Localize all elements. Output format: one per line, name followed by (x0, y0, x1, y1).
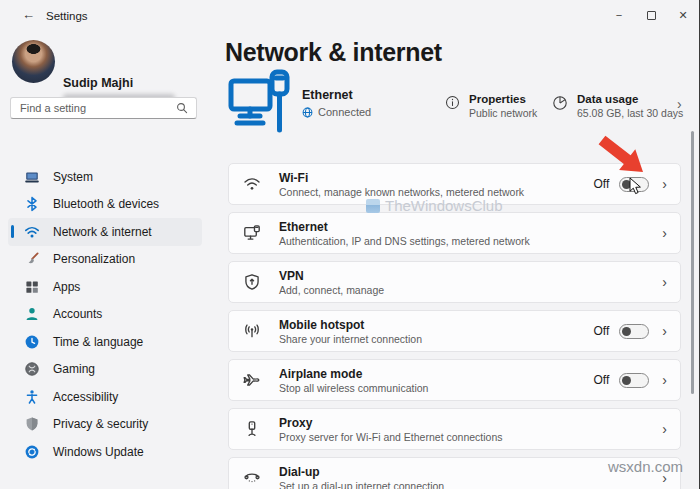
sidebar-item-privacy-security[interactable]: Privacy & security (8, 411, 202, 439)
row-title: Ethernet (279, 220, 530, 234)
globe-icon (302, 107, 313, 118)
system-icon (24, 169, 40, 185)
toggle-switch[interactable] (619, 373, 649, 388)
toggle-knob (622, 376, 631, 385)
hero-status: Connected (302, 106, 371, 118)
maximize-icon[interactable] (635, 0, 667, 30)
selected-indicator (11, 225, 14, 238)
search-icon (176, 102, 188, 114)
titlebar: ← Settings − ✕ (0, 0, 699, 30)
accounts-icon (24, 306, 40, 322)
window-title: Settings (46, 10, 88, 22)
network-icon (24, 224, 40, 240)
chevron-right-icon: › (662, 274, 667, 290)
row-proxy[interactable]: Proxy Proxy server for Wi-Fi and Etherne… (228, 408, 681, 450)
connection-hero: Ethernet Connected Properties Public net… (225, 68, 685, 144)
sidebar-item-personalization[interactable]: Personalization (8, 246, 202, 274)
data-usage-title: Data usage (577, 93, 683, 105)
properties-title: Properties (469, 93, 537, 105)
sidebar-item-apps[interactable]: Apps (8, 273, 202, 301)
user-name: Sudip Majhi (63, 76, 133, 90)
hero-status-text: Connected (318, 106, 371, 118)
row-title: Proxy (279, 416, 503, 430)
minimize-icon[interactable]: − (603, 0, 635, 30)
toggle-state-label: Off (594, 373, 610, 387)
accessibility-icon (24, 389, 40, 405)
properties-subtitle: Public network (469, 107, 537, 119)
time-language-icon (24, 334, 40, 350)
sidebar-item-accounts[interactable]: Accounts (8, 301, 202, 329)
data-usage-subtitle: 65.08 GB, last 30 days (577, 107, 683, 119)
row-subtitle: Add, connect, manage (279, 284, 384, 296)
sidebar-item-network-internet[interactable]: Network & internet (8, 218, 202, 246)
sidebar-item-gaming[interactable]: Gaming (8, 356, 202, 384)
page-title: Network & internet (225, 38, 442, 67)
update-icon (24, 444, 40, 460)
sidebar-item-accessibility[interactable]: Accessibility (8, 383, 202, 411)
sidebar-item-windows-update[interactable]: Windows Update (8, 438, 202, 466)
row-subtitle: Authentication, IP and DNS settings, met… (279, 235, 530, 247)
hero-connection-name: Ethernet Connected (302, 88, 371, 118)
ethernet-hero-icon (227, 68, 293, 138)
chevron-right-icon[interactable]: › (677, 96, 682, 112)
toggle-switch[interactable] (619, 324, 649, 339)
chevron-right-icon: › (662, 421, 667, 437)
row-vpn[interactable]: VPN Add, connect, manage › (228, 261, 681, 303)
chevron-right-icon: › (662, 323, 667, 339)
watermark-logo-icon (366, 199, 380, 213)
row-title: VPN (279, 269, 384, 283)
hero-title: Ethernet (302, 88, 371, 102)
avatar (12, 40, 55, 83)
chevron-right-icon: › (662, 225, 667, 241)
main-content: Network & internet Ethernet Connected (225, 30, 690, 489)
toggle-state-label: Off (594, 324, 610, 338)
back-icon[interactable]: ← (22, 7, 35, 22)
apps-icon (24, 279, 40, 295)
search-box (10, 97, 197, 119)
row-subtitle: Proxy server for Wi-Fi and Ethernet conn… (279, 431, 503, 443)
data-usage-link[interactable]: Data usage 65.08 GB, last 30 days (552, 93, 683, 119)
settings-window: ← Settings − ✕ Sudip Majhi System Blueto… (0, 0, 700, 489)
toggle-knob (622, 327, 631, 336)
watermark-text: TheWindowsClub (385, 197, 503, 214)
sidebar: Sudip Majhi System Bluetooth & devices N… (0, 30, 210, 489)
row-mobile-hotspot[interactable]: Mobile hotspot Share your internet conne… (228, 310, 681, 352)
row-subtitle: Set up a dial-up internet connection (279, 480, 444, 489)
bluetooth-icon (24, 196, 40, 212)
chevron-right-icon: › (662, 176, 667, 192)
mouse-cursor-icon (629, 177, 642, 199)
search-input[interactable] (11, 102, 176, 114)
ethernet-row-icon (243, 224, 269, 242)
row-ethernet[interactable]: Ethernet Authentication, IP and DNS sett… (228, 212, 681, 254)
personalization-icon (24, 251, 40, 267)
properties-link[interactable]: Properties Public network (445, 93, 537, 119)
watermark-bottom-right: wsxdn.com (608, 458, 683, 475)
row-title: Mobile hotspot (279, 318, 422, 332)
privacy-icon (24, 416, 40, 432)
wifi-row-icon (243, 175, 269, 193)
hotspot-icon (243, 322, 269, 340)
row-airplane-mode[interactable]: Airplane mode Stop all wireless communic… (228, 359, 681, 401)
scrollbar-thumb[interactable] (691, 131, 694, 394)
sidebar-item-system[interactable]: System (8, 163, 202, 191)
chevron-right-icon: › (662, 372, 667, 388)
row-subtitle: Stop all wireless communication (279, 382, 428, 394)
row-subtitle: Connect, manage known networks, metered … (279, 186, 524, 198)
proxy-icon (243, 420, 269, 438)
row-title: Dial-up (279, 465, 444, 479)
sidebar-item-time-language[interactable]: Time & language (8, 328, 202, 356)
vpn-shield-icon (243, 273, 269, 291)
close-icon[interactable]: ✕ (667, 0, 699, 30)
sidebar-item-bluetooth-devices[interactable]: Bluetooth & devices (8, 191, 202, 219)
dialup-icon (243, 469, 269, 487)
row-title: Wi-Fi (279, 171, 524, 185)
annotation-arrow-icon (596, 134, 652, 182)
airplane-icon (243, 371, 269, 389)
watermark-center: TheWindowsClub (366, 197, 503, 214)
row-title: Airplane mode (279, 367, 428, 381)
window-controls: − ✕ (603, 0, 699, 30)
pie-icon (552, 95, 568, 119)
sidebar-nav: System Bluetooth & devices Network & int… (0, 163, 210, 466)
row-subtitle: Share your internet connection (279, 333, 422, 345)
info-icon (445, 95, 460, 119)
